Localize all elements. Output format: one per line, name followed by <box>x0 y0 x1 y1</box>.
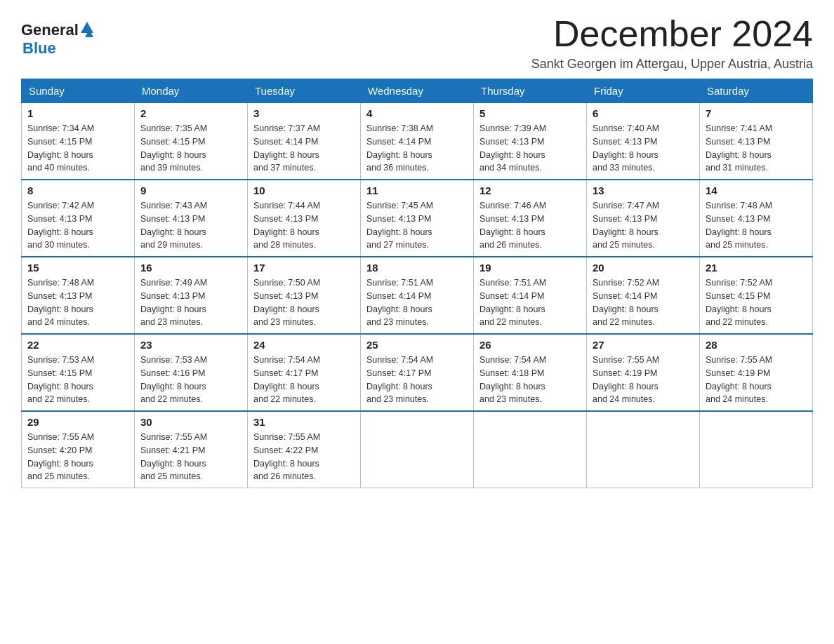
day-info: Sunrise: 7:55 AMSunset: 4:19 PMDaylight:… <box>706 354 807 406</box>
calendar-cell: 29Sunrise: 7:55 AMSunset: 4:20 PMDayligh… <box>22 411 135 488</box>
day-number: 30 <box>140 416 241 428</box>
header-wednesday: Wednesday <box>361 79 474 103</box>
day-number: 9 <box>140 185 241 196</box>
header-saturday: Saturday <box>700 79 813 103</box>
day-number: 13 <box>593 185 694 196</box>
calendar-week-row: 29Sunrise: 7:55 AMSunset: 4:20 PMDayligh… <box>22 411 813 488</box>
day-info: Sunrise: 7:43 AMSunset: 4:13 PMDaylight:… <box>140 199 241 252</box>
calendar-cell: 18Sunrise: 7:51 AMSunset: 4:14 PMDayligh… <box>361 257 474 334</box>
calendar-table: SundayMondayTuesdayWednesdayThursdayFrid… <box>21 79 813 488</box>
day-info: Sunrise: 7:45 AMSunset: 4:13 PMDaylight:… <box>366 199 468 252</box>
calendar-cell: 24Sunrise: 7:54 AMSunset: 4:17 PMDayligh… <box>248 334 361 411</box>
day-info: Sunrise: 7:55 AMSunset: 4:22 PMDaylight:… <box>253 431 355 483</box>
logo-general: General <box>21 21 79 39</box>
calendar-week-row: 1Sunrise: 7:34 AMSunset: 4:15 PMDaylight… <box>22 103 813 180</box>
day-info: Sunrise: 7:39 AMSunset: 4:13 PMDaylight:… <box>479 122 581 175</box>
calendar-cell: 8Sunrise: 7:42 AMSunset: 4:13 PMDaylight… <box>22 180 135 257</box>
day-info: Sunrise: 7:52 AMSunset: 4:14 PMDaylight:… <box>593 276 694 329</box>
calendar-cell <box>587 411 700 488</box>
day-number: 12 <box>479 185 581 196</box>
page-header: General Blue December 2024 Sankt Georgen… <box>21 14 813 72</box>
day-number: 15 <box>27 262 128 274</box>
calendar-cell: 14Sunrise: 7:48 AMSunset: 4:13 PMDayligh… <box>700 180 813 257</box>
calendar-cell: 1Sunrise: 7:34 AMSunset: 4:15 PMDaylight… <box>22 103 135 180</box>
calendar-cell: 21Sunrise: 7:52 AMSunset: 4:15 PMDayligh… <box>700 257 813 334</box>
day-info: Sunrise: 7:47 AMSunset: 4:13 PMDaylight:… <box>593 199 694 252</box>
day-number: 20 <box>593 262 694 274</box>
logo: General Blue <box>21 21 93 58</box>
calendar-cell: 31Sunrise: 7:55 AMSunset: 4:22 PMDayligh… <box>248 411 361 488</box>
day-info: Sunrise: 7:42 AMSunset: 4:13 PMDaylight:… <box>27 199 128 252</box>
day-number: 31 <box>253 416 355 428</box>
day-number: 25 <box>366 339 468 351</box>
day-number: 28 <box>706 339 807 351</box>
calendar-cell: 23Sunrise: 7:53 AMSunset: 4:16 PMDayligh… <box>135 334 248 411</box>
calendar-cell: 6Sunrise: 7:40 AMSunset: 4:13 PMDaylight… <box>587 103 700 180</box>
day-number: 19 <box>479 262 581 274</box>
day-info: Sunrise: 7:48 AMSunset: 4:13 PMDaylight:… <box>706 199 807 252</box>
day-number: 26 <box>479 339 581 351</box>
day-info: Sunrise: 7:38 AMSunset: 4:14 PMDaylight:… <box>366 122 468 175</box>
calendar-cell <box>700 411 813 488</box>
day-number: 10 <box>253 185 355 196</box>
day-info: Sunrise: 7:50 AMSunset: 4:13 PMDaylight:… <box>253 276 355 329</box>
day-number: 8 <box>27 185 128 196</box>
day-number: 18 <box>366 262 468 274</box>
day-number: 24 <box>253 339 355 351</box>
calendar-cell: 11Sunrise: 7:45 AMSunset: 4:13 PMDayligh… <box>361 180 474 257</box>
day-info: Sunrise: 7:40 AMSunset: 4:13 PMDaylight:… <box>593 122 694 175</box>
day-number: 3 <box>253 107 355 119</box>
day-info: Sunrise: 7:53 AMSunset: 4:15 PMDaylight:… <box>27 354 128 406</box>
day-number: 2 <box>140 107 241 119</box>
day-number: 22 <box>27 339 128 351</box>
day-number: 6 <box>593 107 694 119</box>
calendar-cell: 17Sunrise: 7:50 AMSunset: 4:13 PMDayligh… <box>248 257 361 334</box>
day-info: Sunrise: 7:49 AMSunset: 4:13 PMDaylight:… <box>140 276 241 329</box>
day-number: 11 <box>366 185 468 196</box>
calendar-cell <box>361 411 474 488</box>
calendar-cell: 26Sunrise: 7:54 AMSunset: 4:18 PMDayligh… <box>474 334 587 411</box>
calendar-cell: 10Sunrise: 7:44 AMSunset: 4:13 PMDayligh… <box>248 180 361 257</box>
day-info: Sunrise: 7:54 AMSunset: 4:17 PMDaylight:… <box>366 354 468 406</box>
calendar-cell: 16Sunrise: 7:49 AMSunset: 4:13 PMDayligh… <box>135 257 248 334</box>
calendar-cell: 7Sunrise: 7:41 AMSunset: 4:13 PMDaylight… <box>700 103 813 180</box>
title-section: December 2024 Sankt Georgen im Attergau,… <box>531 14 813 72</box>
calendar-cell: 12Sunrise: 7:46 AMSunset: 4:13 PMDayligh… <box>474 180 587 257</box>
calendar-cell: 9Sunrise: 7:43 AMSunset: 4:13 PMDaylight… <box>135 180 248 257</box>
location-subtitle: Sankt Georgen im Attergau, Upper Austria… <box>531 57 813 72</box>
calendar-week-row: 8Sunrise: 7:42 AMSunset: 4:13 PMDaylight… <box>22 180 813 257</box>
day-info: Sunrise: 7:46 AMSunset: 4:13 PMDaylight:… <box>479 199 581 252</box>
day-number: 29 <box>27 416 128 428</box>
calendar-cell: 20Sunrise: 7:52 AMSunset: 4:14 PMDayligh… <box>587 257 700 334</box>
day-number: 23 <box>140 339 241 351</box>
calendar-cell: 25Sunrise: 7:54 AMSunset: 4:17 PMDayligh… <box>361 334 474 411</box>
header-thursday: Thursday <box>474 79 587 103</box>
calendar-cell: 15Sunrise: 7:48 AMSunset: 4:13 PMDayligh… <box>22 257 135 334</box>
day-info: Sunrise: 7:53 AMSunset: 4:16 PMDaylight:… <box>140 354 241 406</box>
calendar-week-row: 15Sunrise: 7:48 AMSunset: 4:13 PMDayligh… <box>22 257 813 334</box>
calendar-cell: 13Sunrise: 7:47 AMSunset: 4:13 PMDayligh… <box>587 180 700 257</box>
day-info: Sunrise: 7:34 AMSunset: 4:15 PMDaylight:… <box>27 122 128 175</box>
day-info: Sunrise: 7:51 AMSunset: 4:14 PMDaylight:… <box>479 276 581 329</box>
day-number: 27 <box>593 339 694 351</box>
day-info: Sunrise: 7:35 AMSunset: 4:15 PMDaylight:… <box>140 122 241 175</box>
calendar-cell: 5Sunrise: 7:39 AMSunset: 4:13 PMDaylight… <box>474 103 587 180</box>
day-number: 4 <box>366 107 468 119</box>
day-number: 21 <box>706 262 807 274</box>
calendar-cell: 4Sunrise: 7:38 AMSunset: 4:14 PMDaylight… <box>361 103 474 180</box>
day-number: 14 <box>706 185 807 196</box>
calendar-cell: 30Sunrise: 7:55 AMSunset: 4:21 PMDayligh… <box>135 411 248 488</box>
day-number: 5 <box>479 107 581 119</box>
calendar-cell: 2Sunrise: 7:35 AMSunset: 4:15 PMDaylight… <box>135 103 248 180</box>
calendar-cell: 28Sunrise: 7:55 AMSunset: 4:19 PMDayligh… <box>700 334 813 411</box>
logo-blue: Blue <box>22 39 56 57</box>
day-info: Sunrise: 7:48 AMSunset: 4:13 PMDaylight:… <box>27 276 128 329</box>
day-info: Sunrise: 7:52 AMSunset: 4:15 PMDaylight:… <box>706 276 807 329</box>
day-info: Sunrise: 7:41 AMSunset: 4:13 PMDaylight:… <box>706 122 807 175</box>
day-info: Sunrise: 7:54 AMSunset: 4:18 PMDaylight:… <box>479 354 581 406</box>
header-tuesday: Tuesday <box>248 79 361 103</box>
month-title: December 2024 <box>531 14 813 54</box>
day-info: Sunrise: 7:54 AMSunset: 4:17 PMDaylight:… <box>253 354 355 406</box>
calendar-week-row: 22Sunrise: 7:53 AMSunset: 4:15 PMDayligh… <box>22 334 813 411</box>
day-info: Sunrise: 7:55 AMSunset: 4:20 PMDaylight:… <box>27 431 128 483</box>
